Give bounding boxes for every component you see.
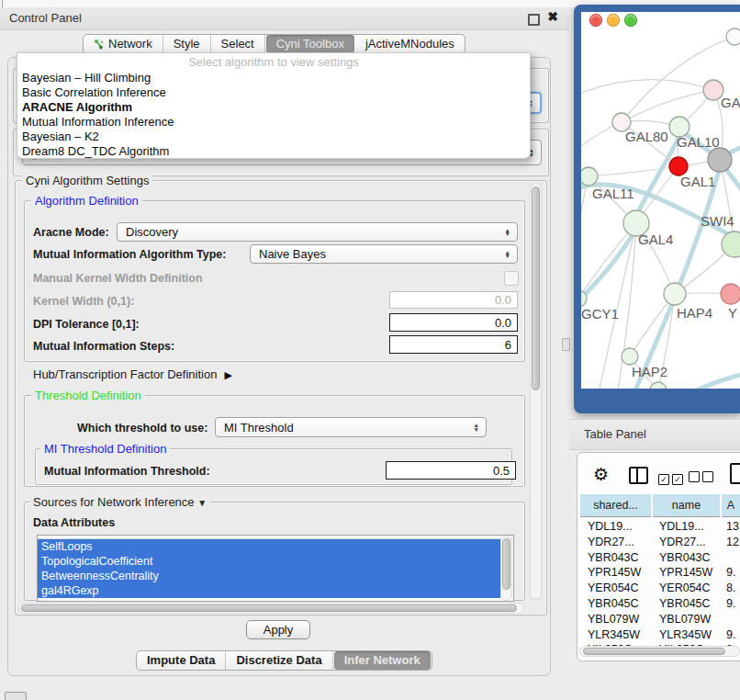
dpi-tolerance-label: DPI Tolerance [0,1]: [33, 318, 140, 331]
network-edge-thick[interactable] [680, 374, 740, 389]
table-cell[interactable]: 13 [726, 519, 740, 535]
algorithm-option[interactable]: Bayesian – K2 [17, 130, 530, 144]
corner-widget-button[interactable] [5, 692, 27, 700]
network-node-y[interactable] [721, 284, 740, 304]
mi-steps-field[interactable]: 6 [389, 335, 518, 354]
close-icon[interactable]: ✖ [547, 9, 558, 24]
attribute-item-selected[interactable]: gal4RGexp [38, 583, 500, 598]
hub-definition-toggle[interactable]: Hub/Transcription Factor Definition▶ [33, 367, 232, 381]
mi-steps-label: Mutual Information Steps: [33, 340, 174, 353]
table-cell[interactable]: YLR345W [659, 627, 726, 643]
select-all-checkboxes-icon[interactable]: ✓✓ [658, 469, 686, 486]
network-graph[interactable]: GALGAL80GAL10GAL1GAL11SWI4GAL4HAP4YGCY1H… [581, 12, 740, 389]
tab-cyni-toolbox[interactable]: Cyni Toolbox [266, 35, 354, 53]
network-view[interactable]: GALGAL80GAL10GAL1GAL11SWI4GAL4HAP4YGCY1H… [581, 12, 740, 389]
dpi-tolerance-field[interactable]: 0.0 [389, 313, 518, 332]
table-cell[interactable]: 12 [726, 535, 740, 550]
table-cell[interactable]: 9. [726, 596, 740, 612]
network-edge-thick[interactable] [634, 171, 719, 389]
algorithm-option[interactable]: Basic Correlation Inference [17, 85, 530, 100]
attribute-item-selected[interactable]: SelfLoops [38, 539, 500, 554]
settings-vertical-scrollbar-thumb[interactable] [532, 186, 540, 390]
network-edge[interactable] [581, 80, 713, 95]
algorithm-option[interactable]: Dream8 DC_TDC Algorithm [17, 144, 530, 159]
table-settings-gear-icon[interactable]: ⚙ [593, 464, 609, 485]
network-node-hap4[interactable] [664, 283, 686, 305]
table-cell[interactable]: YBL079W [588, 612, 658, 627]
algorithm-option[interactable]: Mutual Information Inference [17, 115, 530, 130]
table-cell[interactable]: YDL19... [588, 519, 658, 535]
table-cell[interactable]: YBR045C [659, 596, 726, 612]
network-edge-thick[interactable] [581, 229, 636, 304]
tab-network[interactable]: Network [84, 35, 163, 53]
settings-horizontal-scrollbar-thumb[interactable] [21, 604, 517, 612]
window-close-light[interactable] [589, 14, 602, 27]
table-horizontal-scrollbar-thumb[interactable] [583, 648, 725, 655]
table-cell[interactable]: YPR145W [588, 565, 658, 581]
table-cell[interactable]: YDL19... [659, 519, 726, 535]
panel-divider-grip[interactable] [562, 338, 570, 351]
attribute-item-selected[interactable]: TopologicalCoefficient [38, 554, 500, 569]
window-zoom-light[interactable] [624, 14, 637, 27]
attribute-list-scrollbar[interactable] [500, 536, 512, 601]
aracne-mode-combo[interactable]: Discovery ▲▼ [117, 222, 518, 242]
apply-button[interactable]: Apply [246, 620, 310, 639]
attribute-list-scrollbar-thumb[interactable] [502, 538, 510, 590]
deselect-all-checkboxes-icon[interactable] [689, 469, 716, 486]
data-attributes-list[interactable]: SelfLoopsTopologicalCoefficientBetweenne… [37, 535, 514, 602]
sources-group-title[interactable]: Sources for Network Inference ▼ [29, 496, 210, 509]
algorithm-definition-title: Algorithm Definition [31, 195, 142, 207]
settings-group-title: Cyni Algorithm Settings [22, 175, 152, 186]
settings-vertical-scrollbar[interactable] [530, 183, 542, 600]
kernel-width-field[interactable]: 0.0 [389, 291, 518, 309]
tab-select[interactable]: Select [211, 35, 265, 53]
table-cell[interactable]: 8. [726, 581, 740, 596]
bottom-tab-impute-data[interactable]: Impute Data [137, 651, 226, 670]
mi-threshold-label: Mutual Information Threshold: [44, 465, 210, 478]
settings-horizontal-scrollbar[interactable] [18, 603, 525, 614]
network-node-gal1[interactable] [669, 157, 688, 175]
control-panel-title: Control Panel [9, 11, 82, 25]
column-header-name[interactable]: name [653, 494, 720, 517]
table-cell[interactable]: YDR27... [588, 535, 658, 550]
tab-jactivemnodules[interactable]: jActiveMNodules [355, 35, 465, 53]
network-edge[interactable] [589, 166, 678, 176]
bottom-tab-discretize-data[interactable]: Discretize Data [226, 651, 332, 670]
column-header-A[interactable]: A [722, 494, 740, 517]
tab-style[interactable]: Style [163, 35, 211, 53]
network-edge[interactable] [622, 37, 734, 122]
float-window-icon[interactable] [528, 14, 540, 26]
table-cell[interactable]: YBR043C [659, 550, 726, 566]
network-node-gal11[interactable] [581, 167, 598, 186]
table-cell[interactable]: YER054C [588, 581, 658, 596]
table-cell[interactable]: YBR043C [588, 550, 658, 566]
table-cell[interactable]: 9. [726, 627, 740, 643]
table-cell[interactable]: YDR27... [659, 535, 726, 550]
table-columns-icon[interactable] [629, 467, 648, 484]
which-threshold-value: MI Threshold [224, 421, 294, 435]
sources-title-text: Sources for Network Inference [33, 495, 195, 509]
table-cell[interactable]: YBR045C [588, 596, 658, 612]
column-header-shared...[interactable]: shared... [580, 494, 651, 517]
network-node[interactable] [650, 382, 667, 389]
table-cell[interactable]: YPR145W [659, 565, 726, 581]
export-table-icon[interactable] [730, 463, 740, 484]
algorithm-option[interactable]: ARACNE Algorithm [17, 100, 530, 115]
table-cell[interactable]: YBL079W [659, 612, 726, 627]
mi-threshold-field[interactable]: 0.5 [386, 461, 516, 480]
algorithm-option[interactable]: Bayesian – Hill Climbing [17, 71, 530, 85]
network-node-hap2[interactable] [622, 348, 638, 365]
window-minimize-light[interactable] [607, 14, 620, 27]
mi-type-combo[interactable]: Naive Bayes ▲▼ [250, 244, 518, 264]
table-cell[interactable]: YER054C [659, 581, 726, 596]
network-node[interactable] [726, 28, 740, 45]
table-cell[interactable]: 9. [726, 565, 740, 581]
network-node[interactable] [708, 148, 732, 172]
table-cell[interactable]: YLR345W [588, 627, 658, 643]
network-icon [94, 39, 105, 50]
manual-kernel-checkbox[interactable] [504, 271, 519, 286]
which-threshold-combo[interactable]: MI Threshold ▲▼ [215, 417, 487, 437]
bottom-tab-infer-network[interactable]: Infer Network [334, 651, 431, 670]
table-horizontal-scrollbar[interactable] [579, 646, 740, 657]
attribute-item-selected[interactable]: BetweennessCentrality [38, 569, 500, 583]
